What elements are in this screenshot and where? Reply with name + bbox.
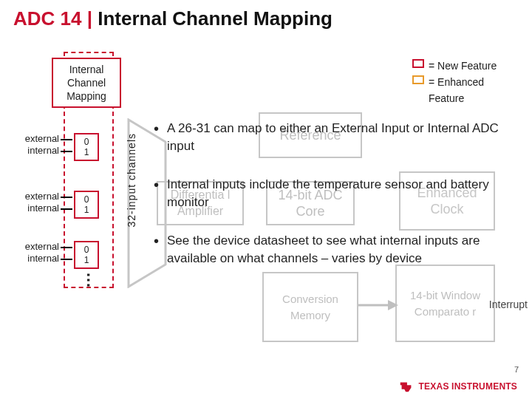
ti-logo-text: TEXAS INSTRUMENTS [419,381,517,392]
io-labels-1: external internal [6,133,59,157]
mux3-0: 0 [84,245,89,255]
internal-channel-mapping-box: Internal Channel Mapping [52,58,121,108]
mux3-1: 1 [84,255,89,265]
io-labels-2: external internal [6,191,59,214]
ext-label-2: external [6,191,59,202]
io-labels-3: external internal [6,241,59,265]
swatch-red [412,59,424,68]
mux-box-1: 0 1 [74,133,99,161]
mux1-1: 1 [84,147,89,157]
mux-box-3: 0 1 [74,241,99,269]
slide-title: ADC 14 | Internal Channel Mapping [13,7,332,30]
bg-memory-label: Conversion Memory [264,291,357,324]
ext-label-3: external [6,241,59,253]
page-number: 7 [514,365,519,374]
slide: { "title": { "prefix": "ADC 14 | ", "mai… [0,0,532,399]
int-label-1: internal [6,145,59,157]
vertical-channel-label: 32-input channels [126,133,137,228]
ti-logo: TEXAS INSTRUMENTS [398,378,517,395]
title-prefix: ADC 14 | [13,7,98,30]
int-label-2: internal [6,202,59,214]
icm-box-label: Internal Channel Mapping [56,63,117,103]
ext-label-1: external [6,133,59,145]
mux2-1: 1 [84,205,89,215]
bullet-list: A 26-31 can map to either an External In… [154,120,501,288]
mux-box-2: 0 1 [74,191,99,219]
bg-comparator-label: 14-bit Window Comparato r [397,287,494,320]
mux2-0: 0 [84,194,89,205]
interrupt-label: Interrupt [489,299,528,310]
legend-enhanced-label: = Enhanced Feature [429,74,510,106]
svg-marker-2 [388,300,398,310]
legend-new: = New Feature [412,58,510,74]
ellipsis-dots: … [83,272,102,290]
swatch-orange [412,75,424,84]
ti-chip-icon [398,378,415,395]
title-main: Internal Channel Mapping [98,7,332,30]
int-label-3: internal [6,253,59,265]
bullet-2: Internal inputs include the temperature … [154,176,501,211]
legend-enhanced: = Enhanced Feature [412,74,510,106]
legend-new-label: = New Feature [429,58,497,74]
legend: = New Feature = Enhanced Feature [412,58,510,106]
bg-arrow-mem-to-comp [358,294,399,316]
bullet-3: See the device datasheet to see what int… [154,232,501,267]
mux1-0: 0 [84,137,89,147]
bullet-1: A 26-31 can map to either an External In… [154,120,501,155]
